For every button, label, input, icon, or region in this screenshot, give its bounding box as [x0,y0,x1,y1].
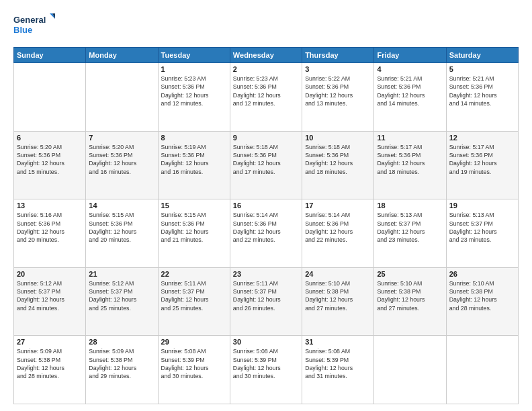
calendar-cell [86,63,158,132]
day-number: 24 [305,270,371,278]
day-number: 23 [233,270,299,278]
calendar-cell: 5Sunrise: 5:21 AM Sunset: 5:36 PM Daylig… [446,63,518,132]
cell-details: Sunrise: 5:11 AM Sunset: 5:37 PM Dayligh… [161,279,227,312]
day-number: 1 [161,65,227,73]
day-number: 9 [233,134,299,142]
calendar-cell: 4Sunrise: 5:21 AM Sunset: 5:36 PM Daylig… [374,63,446,132]
cell-details: Sunrise: 5:18 AM Sunset: 5:36 PM Dayligh… [233,143,299,176]
weekday-header: Monday [86,48,158,63]
cell-details: Sunrise: 5:18 AM Sunset: 5:36 PM Dayligh… [305,143,371,176]
cell-details: Sunrise: 5:23 AM Sunset: 5:36 PM Dayligh… [161,75,227,107]
calendar-cell: 17Sunrise: 5:14 AM Sunset: 5:36 PM Dayli… [302,199,374,268]
cell-details: Sunrise: 5:23 AM Sunset: 5:36 PM Dayligh… [233,75,299,107]
cell-details: Sunrise: 5:14 AM Sunset: 5:36 PM Dayligh… [305,211,371,244]
calendar-cell: 3Sunrise: 5:22 AM Sunset: 5:36 PM Daylig… [302,63,374,132]
calendar-cell: 14Sunrise: 5:15 AM Sunset: 5:36 PM Dayli… [86,199,158,268]
weekday-header: Saturday [446,48,518,63]
svg-text:General: General [13,15,46,25]
cell-details: Sunrise: 5:21 AM Sunset: 5:36 PM Dayligh… [377,75,443,107]
day-number: 4 [377,65,443,73]
calendar-row: 13Sunrise: 5:16 AM Sunset: 5:36 PM Dayli… [14,199,519,268]
calendar-cell: 27Sunrise: 5:09 AM Sunset: 5:38 PM Dayli… [14,336,86,404]
cell-details: Sunrise: 5:19 AM Sunset: 5:36 PM Dayligh… [161,143,227,176]
cell-details: Sunrise: 5:09 AM Sunset: 5:38 PM Dayligh… [89,347,154,380]
logo-svg: General Blue [13,11,55,40]
cell-details: Sunrise: 5:14 AM Sunset: 5:36 PM Dayligh… [233,211,299,244]
calendar-cell: 31Sunrise: 5:08 AM Sunset: 5:39 PM Dayli… [302,336,374,404]
calendar-cell: 30Sunrise: 5:08 AM Sunset: 5:39 PM Dayli… [230,336,302,404]
calendar-cell: 8Sunrise: 5:19 AM Sunset: 5:36 PM Daylig… [158,131,230,199]
day-number: 13 [17,201,83,210]
day-number: 18 [377,201,443,210]
cell-details: Sunrise: 5:20 AM Sunset: 5:36 PM Dayligh… [89,143,154,176]
calendar-cell: 1Sunrise: 5:23 AM Sunset: 5:36 PM Daylig… [158,63,230,132]
weekday-header: Friday [374,48,446,63]
cell-details: Sunrise: 5:08 AM Sunset: 5:39 PM Dayligh… [233,347,299,380]
cell-details: Sunrise: 5:10 AM Sunset: 5:38 PM Dayligh… [377,279,443,312]
calendar-cell: 28Sunrise: 5:09 AM Sunset: 5:38 PM Dayli… [86,336,158,404]
cell-details: Sunrise: 5:10 AM Sunset: 5:38 PM Dayligh… [449,279,515,312]
calendar-cell: 29Sunrise: 5:08 AM Sunset: 5:39 PM Dayli… [158,336,230,404]
day-number: 7 [89,134,154,142]
calendar-cell: 13Sunrise: 5:16 AM Sunset: 5:36 PM Dayli… [14,199,86,268]
day-number: 10 [305,134,371,142]
calendar-cell: 16Sunrise: 5:14 AM Sunset: 5:36 PM Dayli… [230,199,302,268]
day-number: 29 [161,338,227,346]
calendar-cell: 20Sunrise: 5:12 AM Sunset: 5:37 PM Dayli… [14,267,86,336]
cell-details: Sunrise: 5:15 AM Sunset: 5:36 PM Dayligh… [89,211,154,244]
cell-details: Sunrise: 5:22 AM Sunset: 5:36 PM Dayligh… [305,75,371,107]
svg-text:Blue: Blue [13,25,32,35]
page: General Blue SundayMondayTuesdayWednesda… [0,0,532,411]
day-number: 12 [449,134,515,142]
calendar-cell: 24Sunrise: 5:10 AM Sunset: 5:38 PM Dayli… [302,267,374,336]
calendar-header-row: SundayMondayTuesdayWednesdayThursdayFrid… [14,48,519,63]
calendar-row: 6Sunrise: 5:20 AM Sunset: 5:36 PM Daylig… [14,131,519,199]
calendar-cell: 15Sunrise: 5:15 AM Sunset: 5:36 PM Dayli… [158,199,230,268]
weekday-header: Thursday [302,48,374,63]
calendar-cell: 12Sunrise: 5:17 AM Sunset: 5:36 PM Dayli… [446,131,518,199]
calendar-cell [374,336,446,404]
calendar-cell: 9Sunrise: 5:18 AM Sunset: 5:36 PM Daylig… [230,131,302,199]
day-number: 21 [89,270,154,278]
day-number: 31 [305,338,371,346]
day-number: 6 [17,134,83,142]
day-number: 3 [305,65,371,73]
cell-details: Sunrise: 5:11 AM Sunset: 5:37 PM Dayligh… [233,279,299,312]
logo: General Blue [13,11,55,40]
calendar-cell: 6Sunrise: 5:20 AM Sunset: 5:36 PM Daylig… [14,131,86,199]
day-number: 20 [17,270,83,278]
calendar-cell: 10Sunrise: 5:18 AM Sunset: 5:36 PM Dayli… [302,131,374,199]
calendar-row: 20Sunrise: 5:12 AM Sunset: 5:37 PM Dayli… [14,267,519,336]
calendar-cell: 11Sunrise: 5:17 AM Sunset: 5:36 PM Dayli… [374,131,446,199]
cell-details: Sunrise: 5:20 AM Sunset: 5:36 PM Dayligh… [17,143,83,176]
header: General Blue [13,11,519,40]
calendar-cell: 2Sunrise: 5:23 AM Sunset: 5:36 PM Daylig… [230,63,302,132]
cell-details: Sunrise: 5:16 AM Sunset: 5:36 PM Dayligh… [17,211,83,244]
weekday-header: Wednesday [230,48,302,63]
day-number: 26 [449,270,515,278]
day-number: 14 [89,201,154,210]
day-number: 27 [17,338,83,346]
calendar-table: SundayMondayTuesdayWednesdayThursdayFrid… [13,47,519,404]
weekday-header: Tuesday [158,48,230,63]
weekday-header: Sunday [14,48,86,63]
calendar-cell: 25Sunrise: 5:10 AM Sunset: 5:38 PM Dayli… [374,267,446,336]
calendar-cell [446,336,518,404]
calendar-cell: 26Sunrise: 5:10 AM Sunset: 5:38 PM Dayli… [446,267,518,336]
cell-details: Sunrise: 5:12 AM Sunset: 5:37 PM Dayligh… [17,279,83,312]
cell-details: Sunrise: 5:13 AM Sunset: 5:37 PM Dayligh… [377,211,443,244]
day-number: 8 [161,134,227,142]
cell-details: Sunrise: 5:10 AM Sunset: 5:38 PM Dayligh… [305,279,371,312]
cell-details: Sunrise: 5:08 AM Sunset: 5:39 PM Dayligh… [305,347,371,380]
cell-details: Sunrise: 5:21 AM Sunset: 5:36 PM Dayligh… [449,75,515,107]
day-number: 25 [377,270,443,278]
day-number: 16 [233,201,299,210]
calendar-cell: 7Sunrise: 5:20 AM Sunset: 5:36 PM Daylig… [86,131,158,199]
calendar-cell: 23Sunrise: 5:11 AM Sunset: 5:37 PM Dayli… [230,267,302,336]
day-number: 17 [305,201,371,210]
day-number: 15 [161,201,227,210]
day-number: 2 [233,65,299,73]
calendar-cell: 18Sunrise: 5:13 AM Sunset: 5:37 PM Dayli… [374,199,446,268]
calendar-cell: 21Sunrise: 5:12 AM Sunset: 5:37 PM Dayli… [86,267,158,336]
calendar-row: 27Sunrise: 5:09 AM Sunset: 5:38 PM Dayli… [14,336,519,404]
